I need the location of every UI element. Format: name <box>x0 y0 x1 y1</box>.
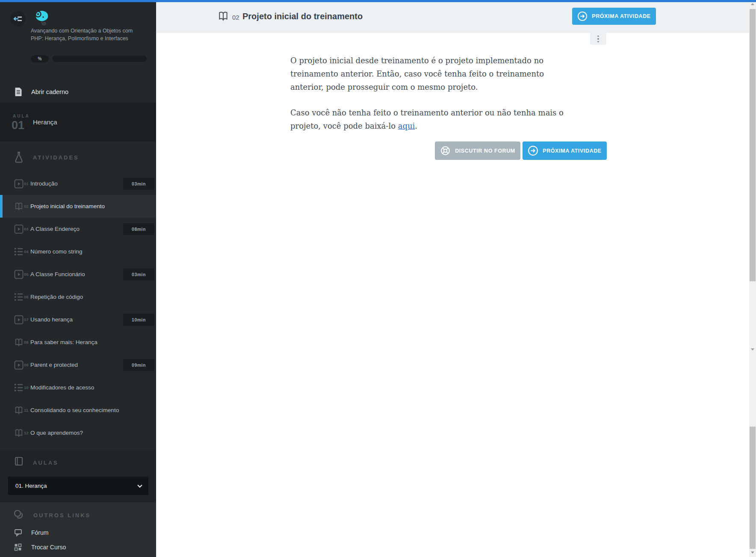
activity-item-number: 11 <box>24 408 28 413</box>
course-platform-page: Avançando com Orientação a Objetos com P… <box>0 0 756 557</box>
activity-item-label: O que aprendemos? <box>30 430 83 436</box>
video-activity-icon <box>14 315 24 324</box>
activity-number: 02 <box>232 14 239 21</box>
scroll-down-arrow-icon[interactable] <box>751 348 754 351</box>
activity-list-item[interactable]: 09 Parent e protected 09min <box>0 354 156 376</box>
activity-item-number: 02 <box>24 204 29 209</box>
progress-percent-pill: % <box>31 55 49 62</box>
activities-list: 01 Introdução 03min 02 Projeto inicial d… <box>0 172 156 444</box>
scroll-up-arrow-icon[interactable] <box>751 3 754 5</box>
other-links-header: OUTROS LINKS <box>0 505 156 525</box>
notebook-document-icon <box>14 87 23 97</box>
discuss-forum-button[interactable]: DISCUTIR NO FORUM <box>435 141 520 160</box>
activity-duration-badge: 09min <box>123 359 154 371</box>
activity-list-item[interactable]: 12 O que aprendemos? <box>0 421 156 444</box>
discuss-forum-label: DISCUTIR NO FORUM <box>455 148 515 154</box>
activity-duration-badge: 03min <box>123 178 154 190</box>
activities-heading: ATIVIDADES <box>33 154 79 161</box>
arrow-right-circle-icon <box>528 145 538 156</box>
activity-list-item[interactable]: 06 Repetição de código <box>0 286 156 308</box>
course-progress-bar <box>52 56 147 62</box>
scroll-down-arrow-icon[interactable] <box>751 551 754 554</box>
activity-header: 02 Projeto inicial do treinamento PRÓXIM… <box>156 2 749 33</box>
switch-course-label: Trocar Curso <box>31 544 66 551</box>
open-book-icon <box>218 11 229 22</box>
alura-mascot-logo-icon <box>29 8 51 29</box>
lesson-select-value: 01. Herança <box>15 483 47 489</box>
activity-item-number: 04 <box>24 249 29 254</box>
video-activity-icon <box>14 224 24 234</box>
activity-main-panel: 02 Projeto inicial do treinamento PRÓXIM… <box>156 2 749 557</box>
scrollbar-thumb-lower[interactable] <box>750 427 756 549</box>
activity-item-number: 06 <box>24 295 29 299</box>
next-activity-button-content[interactable]: PRÓXIMA ATIVIDADE <box>523 141 607 160</box>
forum-link-label: Fórum <box>31 529 48 536</box>
vertical-ellipsis-icon <box>597 35 599 43</box>
activity-item-label: Projeto inicial do treinamento <box>30 203 105 209</box>
current-lesson-block: AULA 01 Herança <box>0 103 156 141</box>
chevron-down-icon <box>137 484 142 488</box>
activity-options-button[interactable] <box>590 33 606 45</box>
forum-speech-bubble-icon <box>14 528 23 537</box>
scrollbar-thumb-upper[interactable] <box>750 9 756 281</box>
activity-title: Projeto inicial do treinamento <box>242 12 363 21</box>
grid-courses-icon <box>14 543 22 551</box>
download-project-link[interactable]: aqui <box>398 121 415 130</box>
activity-duration-badge: 03min <box>123 268 154 280</box>
activity-list-item[interactable]: 03 A Classe Endereço 08min <box>0 218 156 240</box>
activity-item-label: Usando herança <box>30 316 73 323</box>
activity-list-item[interactable]: 04 Número como string <box>0 240 156 263</box>
reading-activity-icon <box>14 406 24 415</box>
collapse-panel-arrow-icon <box>13 14 23 24</box>
switch-course-link[interactable]: Trocar Curso <box>0 540 156 554</box>
open-notebook-label: Abrir caderno <box>31 88 68 95</box>
collapse-sidebar-button[interactable] <box>10 11 26 27</box>
next-activity-label: PRÓXIMA ATIVIDADE <box>543 148 602 154</box>
activity-item-number: 05 <box>24 272 29 277</box>
vertical-scrollbar[interactable] <box>749 0 756 557</box>
forum-link[interactable]: Fórum <box>0 525 156 540</box>
activity-item-number: 07 <box>24 317 29 322</box>
chain-links-icon <box>12 508 25 521</box>
activity-list-item[interactable]: 02 Projeto inicial do treinamento <box>0 195 156 218</box>
reading-activity-icon <box>14 338 24 347</box>
video-activity-icon <box>14 270 24 279</box>
quiz-activity-icon <box>14 293 24 301</box>
activity-item-number: 12 <box>24 430 29 435</box>
activity-content: O projeto inicial desde treinamento é o … <box>290 54 571 133</box>
activity-item-label: A Classe Funcionário <box>30 271 85 277</box>
activity-list-item[interactable]: 05 A Classe Funcionário 03min <box>0 263 156 286</box>
quiz-activity-icon <box>14 248 24 256</box>
quiz-activity-icon <box>14 383 24 392</box>
activity-action-buttons: DISCUTIR NO FORUM PRÓXIMA ATIVIDADE <box>435 141 607 160</box>
aulas-section-header: AULAS <box>0 450 156 472</box>
activity-item-label: Modificadores de acesso <box>30 384 94 391</box>
aulas-section: AULAS 01. Herança <box>0 450 156 502</box>
activity-list-item[interactable]: 08 Para saber mais: Herança <box>0 331 156 354</box>
open-notebook-link[interactable]: Abrir caderno <box>0 81 156 103</box>
activity-list-item[interactable]: 10 Modificadores de acesso <box>0 376 156 399</box>
activity-list-item[interactable]: 11 Consolidando o seu conhecimento <box>0 399 156 421</box>
activity-item-number: 03 <box>24 227 29 231</box>
activity-duration-badge: 10min <box>123 314 154 326</box>
lesson-select-dropdown[interactable]: 01. Herança <box>8 477 148 495</box>
next-activity-button-header[interactable]: PRÓXIMA ATIVIDADE <box>572 8 656 25</box>
video-activity-icon <box>14 179 24 189</box>
other-links-heading: OUTROS LINKS <box>33 512 91 519</box>
reading-activity-icon <box>14 429 24 437</box>
reading-activity-icon <box>14 202 24 211</box>
lesson-title: Herança <box>33 118 57 126</box>
book-icon <box>14 456 24 466</box>
activity-item-label: A Classe Endereço <box>30 226 80 232</box>
activity-item-number: 09 <box>24 362 29 367</box>
course-sidebar: Avançando com Orientação a Objetos com P… <box>0 0 156 557</box>
activity-item-label: Introdução <box>30 180 58 187</box>
activity-item-number: 01 <box>24 181 29 186</box>
activity-list-item[interactable]: 01 Introdução 03min <box>0 172 156 195</box>
activity-item-number: 08 <box>24 340 29 345</box>
lesson-kicker: AULA <box>13 114 30 118</box>
activity-list-item[interactable]: 07 Usando herança 10min <box>0 308 156 331</box>
sidebar-course-header: Avançando com Orientação a Objetos com P… <box>0 0 156 81</box>
activity-duration-badge: 08min <box>123 223 154 235</box>
activity-item-label: Número como string <box>30 248 83 255</box>
